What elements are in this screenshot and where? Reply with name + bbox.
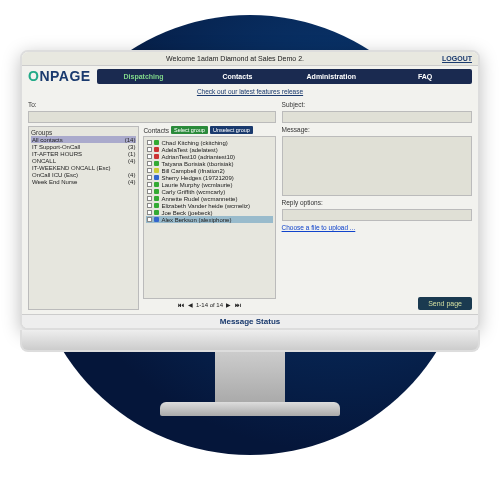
subject-field[interactable]: [282, 111, 472, 123]
contact-row[interactable]: Laurie Murphy (wcmlaurie): [146, 181, 272, 188]
message-status-header: Message Status: [22, 314, 478, 328]
contact-row[interactable]: Joe Beck (joebeck): [146, 209, 272, 216]
logout-link[interactable]: LOGOUT: [442, 55, 472, 62]
contact-row[interactable]: Elizabeth Vander heide (wcmeliz): [146, 202, 272, 209]
page-status: 1-14 of 14: [196, 302, 223, 308]
status-icon: [154, 189, 159, 194]
main-nav: Dispatching Contacts Administration FAQ: [97, 69, 472, 84]
group-row[interactable]: All contacts(14): [31, 136, 136, 143]
status-icon: [154, 210, 159, 215]
status-icon: [154, 217, 159, 222]
page-next-icon[interactable]: ▶: [225, 301, 233, 308]
groups-label: Groups: [31, 129, 136, 136]
group-row[interactable]: IT Support-OnCall(3): [31, 143, 136, 150]
pager: ⏮ ◀ 1-14 of 14 ▶ ⏭: [143, 299, 275, 310]
group-row[interactable]: ONCALL(4): [31, 157, 136, 164]
message-field[interactable]: [282, 136, 472, 196]
status-icon: [154, 196, 159, 201]
subject-label: Subject:: [282, 101, 472, 108]
contact-row[interactable]: Alex Berkson (alexiphone): [146, 216, 272, 223]
upload-link[interactable]: Choose a file to upload ...: [282, 224, 472, 231]
groups-panel: Groups All contacts(14) IT Support-OnCal…: [28, 126, 139, 310]
page-prev-icon[interactable]: ◀: [186, 301, 194, 308]
features-link[interactable]: Check out our latest features release: [22, 86, 478, 97]
status-icon: [154, 154, 159, 159]
app-window: Welcome 1adam Diamond at Sales Demo 2. L…: [22, 52, 478, 328]
contact-row[interactable]: Tatyana Borisiak (tborisiak): [146, 160, 272, 167]
contact-row[interactable]: Carly Griffith (wcmcarly): [146, 188, 272, 195]
page-first-icon[interactable]: ⏮: [177, 302, 185, 308]
to-label: To:: [28, 101, 276, 108]
top-bar: ONPAGE Dispatching Contacts Administrati…: [22, 66, 478, 86]
message-label: Message:: [282, 126, 472, 133]
status-icon: [154, 140, 159, 145]
contact-row[interactable]: AdelaTest (adelatest): [146, 146, 272, 153]
nav-administration[interactable]: Administration: [284, 69, 378, 84]
contact-row[interactable]: Annette Rudel (wcmannette): [146, 195, 272, 202]
welcome-text: Welcome 1adam Diamond at Sales Demo 2.: [166, 55, 304, 62]
contacts-list: Chad Kitching (ckitching) AdelaTest (ade…: [143, 136, 275, 299]
reply-options-label: Reply options:: [282, 199, 472, 206]
nav-faq[interactable]: FAQ: [378, 69, 472, 84]
contacts-label: Contacts: [143, 127, 169, 134]
group-row[interactable]: Week End Nurse(4): [31, 178, 136, 185]
status-icon: [154, 161, 159, 166]
status-icon: [154, 168, 159, 173]
nav-dispatching[interactable]: Dispatching: [97, 69, 191, 84]
nav-contacts[interactable]: Contacts: [190, 69, 284, 84]
group-row[interactable]: IT-WEEKEND ONCALL (Esc): [31, 164, 136, 171]
logo: ONPAGE: [28, 68, 91, 84]
contact-row[interactable]: Bill Campbell (ifnation2): [146, 167, 272, 174]
send-page-button[interactable]: Send page: [418, 297, 472, 310]
contact-row[interactable]: Chad Kitching (ckitching): [146, 139, 272, 146]
status-icon: [154, 203, 159, 208]
group-row[interactable]: OnCall ICU (Esc)(4): [31, 171, 136, 178]
status-icon: [154, 182, 159, 187]
to-field[interactable]: [28, 111, 276, 123]
group-row[interactable]: IT-AFTER HOURS(1): [31, 150, 136, 157]
page-last-icon[interactable]: ⏭: [234, 302, 242, 308]
select-group-button[interactable]: Select group: [171, 126, 208, 134]
status-icon: [154, 175, 159, 180]
reply-options-field[interactable]: [282, 209, 472, 221]
unselect-group-button[interactable]: Unselect group: [210, 126, 253, 134]
contact-row[interactable]: AdrianTest10 (adriantest10): [146, 153, 272, 160]
welcome-bar: Welcome 1adam Diamond at Sales Demo 2. L…: [22, 52, 478, 66]
contact-row[interactable]: Sherry Hedges (19721209): [146, 174, 272, 181]
status-icon: [154, 147, 159, 152]
